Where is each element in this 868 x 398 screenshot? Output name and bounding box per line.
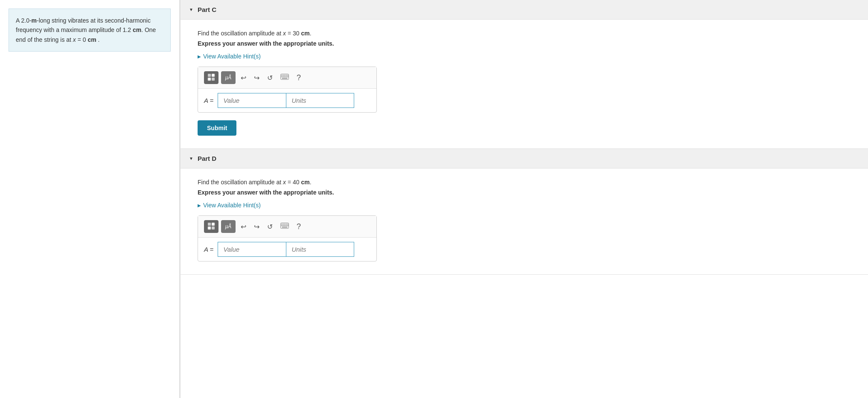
svg-rect-3 xyxy=(212,78,215,81)
part-d-help-icon: ? xyxy=(297,222,301,231)
part-d-body: Find the oscillation amplitude at x = 40… xyxy=(181,168,868,274)
part-d-grid-icon xyxy=(207,222,215,231)
part-c-hint-link[interactable]: ▶ View Available Hint(s) xyxy=(198,53,851,60)
problem-text: A 2.0-m-long string vibrates at its seco… xyxy=(16,17,156,43)
svg-rect-29 xyxy=(286,225,287,226)
svg-rect-28 xyxy=(284,225,285,226)
part-c-body: Find the oscillation amplitude at x = 30… xyxy=(181,20,868,148)
svg-rect-12 xyxy=(284,76,285,77)
part-d-help-button[interactable]: ? xyxy=(294,221,303,232)
part-c-keyboard-icon xyxy=(280,74,289,81)
part-d-header: ▼ Part D xyxy=(181,149,868,168)
svg-rect-30 xyxy=(287,225,288,226)
part-c-input-label: A = xyxy=(204,97,213,104)
svg-rect-10 xyxy=(281,76,283,77)
svg-rect-15 xyxy=(282,78,288,79)
part-d-input-row: A = xyxy=(198,238,376,261)
svg-rect-24 xyxy=(286,224,287,225)
part-d-toolbar: μÅ ↩ ↪ ↺ xyxy=(198,216,376,238)
part-d-keyboard-icon xyxy=(280,223,289,230)
part-c-chevron[interactable]: ▼ xyxy=(189,7,193,12)
part-c-grid-icon xyxy=(207,73,215,82)
part-d-title: Part D xyxy=(198,155,216,162)
part-c-question: Find the oscillation amplitude at x = 30… xyxy=(198,30,851,37)
part-d-hint-link[interactable]: ▶ View Available Hint(s) xyxy=(198,202,851,209)
svg-rect-9 xyxy=(287,75,288,76)
part-d-input-label: A = xyxy=(204,246,213,253)
part-c-section: ▼ Part C Find the oscillation amplitude … xyxy=(181,0,868,149)
part-c-header: ▼ Part C xyxy=(181,0,868,20)
part-d-section: ▼ Part D Find the oscillation amplitude … xyxy=(181,149,868,275)
left-panel: A 2.0-m-long string vibrates at its seco… xyxy=(0,0,179,398)
part-c-refresh-button[interactable]: ↺ xyxy=(265,72,275,84)
problem-box: A 2.0-m-long string vibrates at its seco… xyxy=(9,9,171,52)
svg-rect-19 xyxy=(212,227,215,230)
part-c-undo-icon: ↩ xyxy=(241,74,246,82)
svg-rect-17 xyxy=(212,223,215,226)
part-c-help-button[interactable]: ? xyxy=(294,73,303,83)
part-c-grid-button[interactable] xyxy=(204,71,218,84)
part-d-refresh-icon: ↺ xyxy=(267,223,273,231)
part-c-toolbar: μÅ ↩ ↪ ↺ xyxy=(198,67,376,89)
part-d-keyboard-button[interactable] xyxy=(278,221,291,232)
part-d-mu-button[interactable]: μÅ xyxy=(221,220,236,233)
part-d-hint-label: View Available Hint(s) xyxy=(203,202,261,209)
svg-rect-13 xyxy=(286,76,287,77)
part-c-redo-icon: ↪ xyxy=(254,74,259,82)
svg-rect-21 xyxy=(281,224,283,225)
part-d-units-input[interactable] xyxy=(286,242,354,257)
part-d-value-input[interactable] xyxy=(218,242,286,257)
right-panel: ▼ Part C Find the oscillation amplitude … xyxy=(179,0,868,398)
part-d-chevron[interactable]: ▼ xyxy=(189,156,193,161)
svg-rect-14 xyxy=(287,76,288,77)
part-c-help-icon: ? xyxy=(297,73,301,82)
svg-rect-11 xyxy=(283,76,284,77)
svg-rect-26 xyxy=(281,225,283,226)
svg-rect-5 xyxy=(281,75,283,76)
part-d-grid-button[interactable] xyxy=(204,220,218,233)
part-c-input-row: A = xyxy=(198,89,376,112)
svg-rect-18 xyxy=(208,227,211,230)
part-d-question: Find the oscillation amplitude at x = 40… xyxy=(198,179,851,186)
svg-rect-16 xyxy=(208,223,211,226)
part-c-instruction: Express your answer with the appropriate… xyxy=(198,40,851,47)
part-c-redo-button[interactable]: ↪ xyxy=(251,72,262,84)
part-c-hint-arrow: ▶ xyxy=(198,54,201,59)
svg-rect-1 xyxy=(212,74,215,77)
part-c-value-input[interactable] xyxy=(218,93,286,108)
svg-rect-31 xyxy=(282,227,288,228)
part-c-mu-button[interactable]: μÅ xyxy=(221,71,236,84)
svg-rect-8 xyxy=(286,75,287,76)
svg-rect-0 xyxy=(208,74,211,77)
part-c-undo-button[interactable]: ↩ xyxy=(238,72,249,84)
part-d-undo-button[interactable]: ↩ xyxy=(238,221,249,232)
part-c-refresh-icon: ↺ xyxy=(267,74,273,82)
part-d-redo-icon: ↪ xyxy=(254,223,259,231)
part-d-hint-arrow: ▶ xyxy=(198,203,201,208)
part-c-submit-button[interactable]: Submit xyxy=(198,120,236,136)
svg-rect-25 xyxy=(287,224,288,225)
part-d-answer-box: μÅ ↩ ↪ ↺ xyxy=(198,215,377,261)
part-c-units-input[interactable] xyxy=(286,93,354,108)
part-d-refresh-button[interactable]: ↺ xyxy=(265,221,275,232)
part-c-title: Part C xyxy=(198,6,216,13)
part-d-redo-button[interactable]: ↪ xyxy=(251,221,262,232)
part-c-mu-icon: μÅ xyxy=(225,75,232,81)
part-c-hint-label: View Available Hint(s) xyxy=(203,53,261,60)
svg-rect-27 xyxy=(283,225,284,226)
part-d-mu-icon: μÅ xyxy=(225,224,232,230)
part-d-instruction: Express your answer with the appropriate… xyxy=(198,189,851,196)
part-c-answer-box: μÅ ↩ ↪ ↺ xyxy=(198,67,377,113)
svg-rect-22 xyxy=(283,224,284,225)
svg-rect-6 xyxy=(283,75,284,76)
svg-rect-2 xyxy=(208,78,211,81)
svg-rect-23 xyxy=(284,224,285,225)
part-d-undo-icon: ↩ xyxy=(241,223,246,231)
svg-rect-7 xyxy=(284,75,285,76)
part-c-keyboard-button[interactable] xyxy=(278,72,291,83)
